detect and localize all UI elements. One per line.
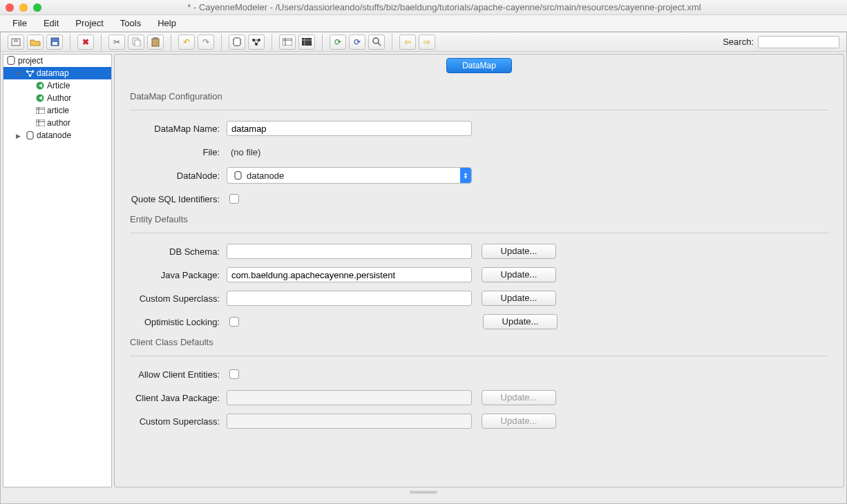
tree-obj-author[interactable]: Author [3, 92, 111, 104]
project-tree[interactable]: project datamap Article Author article [3, 54, 112, 487]
update-superclass-button[interactable]: Update... [482, 291, 556, 306]
datanode-select[interactable]: datanode ▲▼ [227, 167, 472, 184]
svg-line-15 [256, 40, 259, 44]
menu-edit[interactable]: Edit [35, 16, 67, 30]
toolbar: ✖ ✂ ↶ ↷ [1, 32, 846, 52]
window-minimize[interactable] [19, 3, 28, 12]
caret-icon[interactable] [16, 68, 23, 78]
divider [130, 233, 828, 233]
update-schema-button[interactable]: Update... [482, 244, 556, 259]
create-datamap-button[interactable] [248, 35, 265, 50]
window-title: * - CayenneModeler - /Users/dassiorleand… [47, 2, 841, 12]
redo-button[interactable]: ↷ [198, 35, 214, 50]
section-datamap-config: DataMap Configuration [130, 91, 828, 101]
datanode-icon [233, 171, 242, 180]
delete-button[interactable]: ✖ [77, 35, 94, 50]
svg-rect-33 [36, 107, 45, 114]
svg-rect-8 [153, 37, 158, 39]
tree-root[interactable]: project [3, 55, 111, 67]
create-objentity-button[interactable] [298, 35, 315, 50]
tree-datanode[interactable]: datanode [3, 129, 111, 142]
svg-point-22 [373, 38, 379, 43]
tree-db-article[interactable]: article [3, 104, 111, 117]
tab-datamap[interactable]: DataMap [446, 58, 512, 73]
caret-icon[interactable] [16, 130, 23, 140]
menu-bar: File Edit Project Tools Help [0, 15, 847, 32]
svg-line-23 [378, 43, 381, 46]
status-bar [1, 490, 846, 503]
allow-client-entities-checkbox[interactable] [229, 369, 239, 379]
copy-button[interactable] [128, 35, 144, 50]
label-client-custom-superclass: Custom Superclass: [130, 416, 227, 427]
label-datamap-name: DataMap Name: [130, 124, 227, 134]
menu-project[interactable]: Project [67, 16, 111, 30]
divider [130, 356, 828, 356]
tree-obj-article[interactable]: Article [3, 79, 111, 92]
update-client-package-button: Update... [482, 390, 556, 405]
update-locking-button[interactable]: Update... [483, 314, 558, 329]
menu-help[interactable]: Help [149, 16, 184, 30]
divider [130, 110, 828, 110]
svg-line-14 [254, 40, 256, 44]
menu-tools[interactable]: Tools [112, 16, 149, 30]
db-schema-input[interactable] [227, 244, 472, 259]
menu-file[interactable]: File [4, 16, 35, 30]
section-entity-defaults: Entity Defaults [130, 214, 828, 224]
svg-rect-19 [302, 38, 312, 46]
client-java-package-input [227, 390, 472, 405]
new-project-button[interactable] [8, 35, 24, 50]
resize-handle-icon[interactable] [410, 491, 437, 494]
dbentity-icon [35, 106, 45, 115]
objentity-icon [35, 81, 45, 90]
datamap-icon [25, 68, 35, 78]
label-allow-client-entities: Allow Client Entities: [130, 369, 227, 380]
chevron-updown-icon: ▲▼ [460, 168, 471, 183]
objentity-icon [35, 93, 45, 103]
nav-back-button[interactable]: ⇦ [399, 35, 416, 50]
tree-node-label: datamap [37, 68, 69, 78]
svg-line-30 [30, 71, 32, 75]
nav-forward-button[interactable]: ⇨ [419, 35, 435, 50]
label-custom-superclass: Custom Superclass: [130, 293, 227, 304]
window-maximize[interactable] [33, 3, 41, 12]
svg-rect-36 [36, 119, 45, 126]
undo-button[interactable]: ↶ [178, 35, 195, 50]
update-client-superclass-button: Update... [482, 414, 556, 429]
tree-db-author[interactable]: author [3, 117, 111, 129]
create-dbentity-button[interactable] [279, 35, 296, 50]
java-package-input[interactable] [227, 267, 472, 282]
svg-rect-7 [152, 39, 159, 46]
cut-button[interactable]: ✂ [108, 35, 125, 50]
save-button[interactable] [46, 35, 63, 50]
generate-classes-button[interactable]: ⟳ [349, 35, 365, 50]
datamap-name-input[interactable] [227, 121, 472, 136]
tree-node-label: article [47, 106, 69, 115]
label-db-schema: DB Schema: [130, 246, 227, 257]
zoom-button[interactable] [368, 35, 385, 50]
label-java-package: Java Package: [130, 270, 227, 280]
svg-rect-6 [135, 40, 140, 46]
svg-line-29 [27, 71, 30, 75]
reengineer-button[interactable]: ⟳ [330, 35, 346, 50]
optimistic-locking-checkbox[interactable] [229, 317, 239, 327]
custom-superclass-input[interactable] [227, 291, 472, 306]
svg-rect-16 [283, 38, 292, 46]
label-client-java-package: Client Java Package: [130, 393, 227, 403]
paste-button[interactable] [147, 35, 164, 50]
window-close[interactable] [6, 3, 14, 12]
client-custom-superclass-input [227, 414, 472, 429]
section-client-defaults: Client Class Defaults [130, 337, 828, 347]
open-button[interactable] [27, 35, 44, 50]
label-datanode: DataNode: [130, 171, 227, 181]
search-label: Search: [723, 37, 754, 47]
file-value: (no file) [227, 147, 260, 157]
create-datanode-button[interactable] [229, 35, 245, 50]
search-input[interactable] [758, 36, 839, 48]
titlebar: * - CayenneModeler - /Users/dassiorleand… [0, 0, 847, 15]
quote-sql-checkbox[interactable] [229, 194, 239, 204]
tree-datamap[interactable]: datamap [3, 67, 111, 79]
update-package-button[interactable]: Update... [482, 267, 556, 282]
editor-panel: DataMap DataMap Configuration DataMap Na… [114, 54, 844, 487]
tree-node-label: project [18, 56, 43, 66]
tree-node-label: datanode [37, 130, 71, 140]
